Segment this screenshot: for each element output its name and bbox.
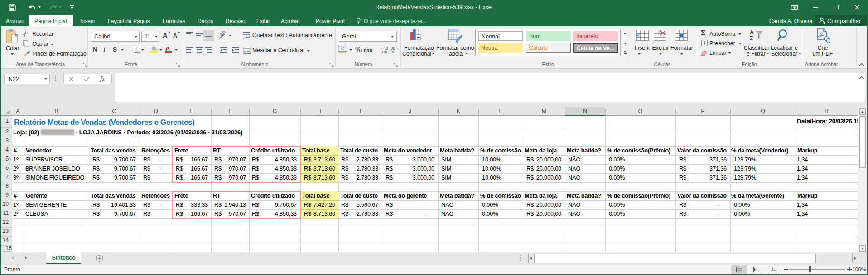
- svg-text:≠: ≠: [417, 35, 420, 40]
